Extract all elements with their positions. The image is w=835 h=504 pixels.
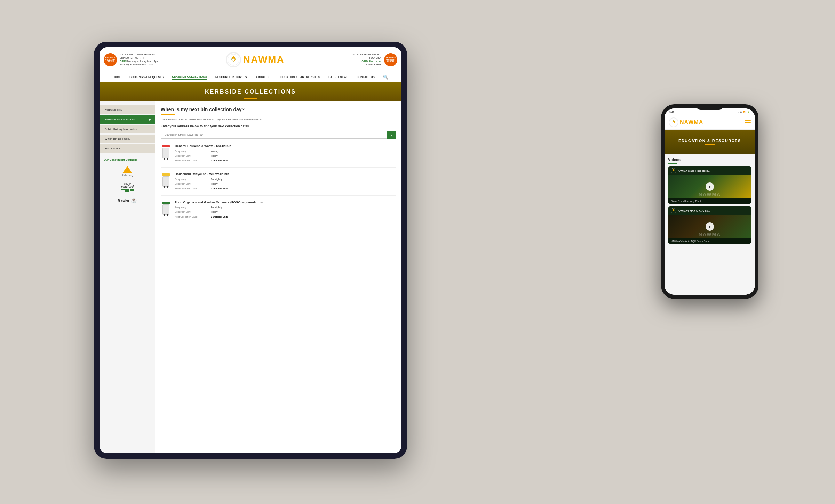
address-search-bar: S <box>161 131 396 139</box>
video-thumbnail-1: NAWMA <box>668 175 752 198</box>
freq-label-1: Frequency: <box>175 177 209 182</box>
search-button[interactable]: S <box>387 131 396 139</box>
hero-underline <box>244 98 257 99</box>
coll-label-1: Collection Day: <box>175 182 209 186</box>
badge-right-text: RESOURCE RECOVERY CENTRE <box>384 57 397 63</box>
video-logo-circle-1 <box>671 168 676 173</box>
sidebar-kerbside-bins[interactable]: Kerbside Bins <box>100 105 155 114</box>
freq-val-1: Fortnightly <box>211 177 396 182</box>
badge-left-text: RESOURCE RECOVERY CENTRE <box>104 57 117 63</box>
video-logo-2 <box>671 208 676 213</box>
svg-point-2 <box>673 122 674 123</box>
video-caption-2: NAWMA's MAx AI AQC Super Sorter <box>668 238 752 244</box>
green-bin-icon <box>161 201 171 216</box>
video-dots-1[interactable]: ⋮ <box>745 169 749 173</box>
main-prompt: Enter your address below to find your ne… <box>161 124 396 128</box>
salisbury-text: Salisbury <box>122 174 133 177</box>
video-top-bar-1: NAWMA Glass Fines Reco... ⋮ <box>668 166 752 175</box>
video-title-1: NAWMA Glass Fines Reco... <box>678 170 745 172</box>
sidebar-public-holiday[interactable]: Public Holiday Information <box>100 125 155 133</box>
hero-title: KERBSIDE COLLECTIONS <box>205 89 296 95</box>
video-caption-1: Glass Fines Recovery Plant <box>668 198 752 204</box>
video-dots-2[interactable]: ⋮ <box>745 209 749 213</box>
phone-notch <box>696 104 724 110</box>
phone-signal: ●●● 📶 🔋 <box>738 111 750 113</box>
phone-hero-title: EDUCATION & RESOURCES <box>678 139 741 143</box>
video-logo-svg-2 <box>671 208 676 213</box>
coll-val-2: Friday <box>211 210 396 214</box>
red-bin-info: General Household Waste - red-lid bin Fr… <box>175 144 396 163</box>
left-location: EDINBURGH NORTH <box>120 56 158 60</box>
phone-time: 9:41 <box>669 111 674 113</box>
phone-header: NAWMA <box>665 115 755 130</box>
sidebar-which-bin[interactable]: Which Bin Do I Use? <box>100 135 155 143</box>
green-bin-name: Food Organics and Garden Organics (FOGO)… <box>175 201 396 204</box>
next-val-2: 9 October 2020 <box>211 215 396 219</box>
video-logo-svg-1 <box>671 168 676 173</box>
phone-hero-banner: EDUCATION & RESOURCES <box>665 130 755 154</box>
video-top-bar-2: NAWMA's MAX AI AQC Su... ⋮ <box>668 206 752 215</box>
nav-bookings[interactable]: BOOKINGS & REQUESTS <box>129 75 164 79</box>
coll-val-0: Friday <box>211 154 396 158</box>
nav-resource[interactable]: RESOURCE RECOVERY <box>215 75 247 79</box>
main-subtitle: Use the search function below to find ou… <box>161 118 396 121</box>
nawma-logo-circle <box>226 52 241 67</box>
sidebar-your-council[interactable]: Your Council <box>100 144 155 153</box>
tablet-hero-banner: KERBSIDE COLLECTIONS <box>100 82 401 101</box>
nav-about[interactable]: ABOUT US <box>256 75 270 79</box>
left-hours2: Saturday & Sunday 9am - 3pm <box>120 63 158 66</box>
phone-hamburger-menu[interactable] <box>745 120 751 124</box>
playford-text: City of <box>121 182 134 185</box>
left-address-info: GATE 3 BELLCHAMBERS ROAD EDINBURGH NORTH… <box>120 53 158 66</box>
green-bin-details: Frequency: Fortnightly Collection Day: F… <box>175 205 396 219</box>
video-card-1[interactable]: NAWMA Glass Fines Reco... ⋮ NAWMA Glass … <box>668 166 752 204</box>
video-play-button-2[interactable] <box>706 222 714 231</box>
nav-education[interactable]: EDUCATION & PARTNERSHIPS <box>279 75 320 79</box>
resource-recovery-badge-right: RESOURCE RECOVERY CENTRE <box>384 53 397 66</box>
nawma-logo-text: NAWMA <box>243 54 285 65</box>
salisbury-council-logo: Salisbury <box>100 163 155 180</box>
nawma-logo[interactable]: NAWMA <box>226 52 285 67</box>
yellow-bin-icon <box>161 172 171 188</box>
videos-section-title: Videos <box>668 157 752 162</box>
video-card-2[interactable]: NAWMA's MAX AI AQC Su... ⋮ NAWMA NAWMA's… <box>668 206 752 244</box>
nav-search-icon[interactable]: 🔍 <box>383 75 388 80</box>
councils-title: Our Constituent Councils <box>100 154 155 163</box>
next-val-1: 2 October 2020 <box>211 187 396 191</box>
next-label-0: Next Collection Date: <box>175 158 209 163</box>
tablet-nav: HOME BOOKINGS & REQUESTS KERBSIDE COLLEC… <box>100 72 401 82</box>
tablet-main-content: When is my next bin collection day? Use … <box>155 101 401 453</box>
videos-section-line <box>668 163 677 164</box>
address-search-input[interactable] <box>161 131 387 139</box>
tablet-screen: RESOURCE RECOVERY CENTRE GATE 3 BELLCHAM… <box>100 47 401 453</box>
phone-hero-line <box>705 144 715 145</box>
gawler-text: Gawler <box>118 198 129 202</box>
playford-name: Playford <box>121 185 134 188</box>
red-bin-icon <box>161 144 171 160</box>
nav-contact[interactable]: CONTACT US <box>357 75 375 79</box>
hamburger-line-1 <box>745 120 751 121</box>
nav-news[interactable]: LATEST NEWS <box>328 75 348 79</box>
next-val-0: 2 October 2020 <box>211 158 396 163</box>
next-label-2: Next Collection Date: <box>175 215 209 219</box>
playford-bars <box>121 189 134 192</box>
tablet-content-area: Kerbside Bins Kerbside Bin Collections P… <box>100 101 401 453</box>
nav-kerbside[interactable]: KERBSIDE COLLECTIONS <box>172 74 207 80</box>
sidebar-bin-collections[interactable]: Kerbside Bin Collections <box>100 115 155 124</box>
phone-nawma-logo[interactable]: NAWMA <box>669 117 703 127</box>
red-bin-name: General Household Waste - red-lid bin <box>175 144 396 148</box>
right-address-info: 63 - 75 RESEARCH ROAD POORAKA OPEN 8am -… <box>352 53 381 66</box>
bin-item-red: General Household Waste - red-lid bin Fr… <box>161 144 396 168</box>
phone-device: 9:41 ●●● 📶 🔋 NAWMA <box>661 104 758 299</box>
nav-home[interactable]: HOME <box>113 75 121 79</box>
video-play-button-1[interactable] <box>706 182 714 191</box>
freq-label-2: Frequency: <box>175 205 209 210</box>
phone-nawma-text: NAWMA <box>680 119 703 125</box>
video-logo-1 <box>671 168 676 173</box>
right-badge: 63 - 75 RESEARCH ROAD POORAKA OPEN 8am -… <box>352 53 397 66</box>
freq-val-0: Weekly <box>211 149 396 154</box>
next-label-1: Next Collection Date: <box>175 187 209 191</box>
yellow-bin-info: Household Recycling - yellow-lid bin Fre… <box>175 172 396 191</box>
video-nawma-watermark-2: NAWMA <box>699 231 721 237</box>
red-bin-details: Frequency: Weekly Collection Day: Friday… <box>175 149 396 163</box>
